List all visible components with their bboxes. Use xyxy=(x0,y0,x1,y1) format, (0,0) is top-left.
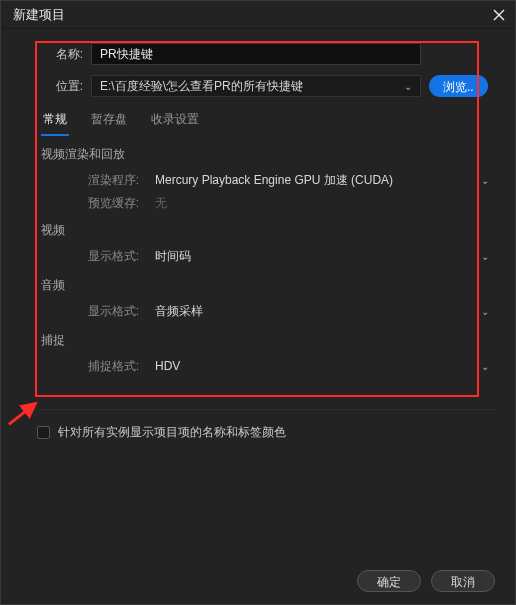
location-dropdown[interactable]: E:\百度经验\怎么查看PR的所有快捷键 ⌄ xyxy=(91,75,421,97)
audio-format-row: 显示格式: 音频采样 ⌄ xyxy=(19,300,497,322)
video-format-label: 显示格式: xyxy=(19,248,139,265)
chevron-down-icon: ⌄ xyxy=(481,361,489,372)
name-row: 名称: xyxy=(19,43,497,65)
location-row: 位置: E:\百度经验\怎么查看PR的所有快捷键 ⌄ 浏览.. xyxy=(19,75,497,97)
renderer-label: 渲染程序: xyxy=(19,172,139,189)
location-value: E:\百度经验\怎么查看PR的所有快捷键 xyxy=(100,78,303,95)
capture-format-label: 捕捉格式: xyxy=(19,358,139,375)
audio-format-dropdown[interactable]: 音频采样 ⌄ xyxy=(147,300,497,322)
dialog-window: 新建项目 名称: 位置: E:\百度经验\怎么查看PR的所有快捷键 ⌄ 浏览..… xyxy=(0,0,516,605)
show-labels-checkbox[interactable] xyxy=(37,426,50,439)
chevron-down-icon: ⌄ xyxy=(481,306,489,317)
video-format-dropdown[interactable]: 时间码 ⌄ xyxy=(147,245,497,267)
name-label: 名称: xyxy=(19,46,83,63)
tabs: 常规 暂存盘 收录设置 xyxy=(41,107,497,136)
browse-button[interactable]: 浏览.. xyxy=(429,75,488,97)
checkbox-row: 针对所有实例显示项目项的名称和标签颜色 xyxy=(37,424,515,441)
divider xyxy=(19,409,497,410)
cancel-button[interactable]: 取消 xyxy=(431,570,495,592)
audio-format-value: 音频采样 xyxy=(155,303,203,320)
tab-scratch[interactable]: 暂存盘 xyxy=(89,107,129,136)
svg-line-2 xyxy=(9,403,36,424)
checkbox-label: 针对所有实例显示项目项的名称和标签颜色 xyxy=(58,424,286,441)
section-audio-title: 音频 xyxy=(41,277,497,294)
capture-format-row: 捕捉格式: HDV ⌄ xyxy=(19,355,497,377)
window-title: 新建项目 xyxy=(13,6,65,24)
chevron-down-icon: ⌄ xyxy=(481,251,489,262)
location-label: 位置: xyxy=(19,78,83,95)
renderer-value: Mercury Playback Engine GPU 加速 (CUDA) xyxy=(155,172,393,189)
renderer-dropdown[interactable]: Mercury Playback Engine GPU 加速 (CUDA) ⌄ xyxy=(147,169,497,191)
close-icon[interactable] xyxy=(491,7,507,23)
capture-format-dropdown[interactable]: HDV ⌄ xyxy=(147,355,497,377)
section-render-title: 视频渲染和回放 xyxy=(41,146,497,163)
audio-format-label: 显示格式: xyxy=(19,303,139,320)
footer: 确定 取消 xyxy=(357,570,495,592)
preview-cache-row: 预览缓存: 无 xyxy=(19,195,497,212)
ok-button[interactable]: 确定 xyxy=(357,570,421,592)
preview-cache-label: 预览缓存: xyxy=(19,195,139,212)
dialog-content: 名称: 位置: E:\百度经验\怎么查看PR的所有快捷键 ⌄ 浏览.. 常规 暂… xyxy=(1,29,515,391)
capture-format-value: HDV xyxy=(155,359,180,373)
chevron-down-icon: ⌄ xyxy=(481,175,489,186)
name-input[interactable] xyxy=(91,43,421,65)
video-format-value: 时间码 xyxy=(155,248,191,265)
tab-general[interactable]: 常规 xyxy=(41,107,69,136)
chevron-down-icon: ⌄ xyxy=(404,81,412,92)
titlebar: 新建项目 xyxy=(1,1,515,29)
annotation-arrow-icon xyxy=(7,397,45,427)
section-capture-title: 捕捉 xyxy=(41,332,497,349)
section-video-title: 视频 xyxy=(41,222,497,239)
video-format-row: 显示格式: 时间码 ⌄ xyxy=(19,245,497,267)
renderer-row: 渲染程序: Mercury Playback Engine GPU 加速 (CU… xyxy=(19,169,497,191)
tab-ingest[interactable]: 收录设置 xyxy=(149,107,201,136)
preview-cache-value: 无 xyxy=(147,195,247,212)
